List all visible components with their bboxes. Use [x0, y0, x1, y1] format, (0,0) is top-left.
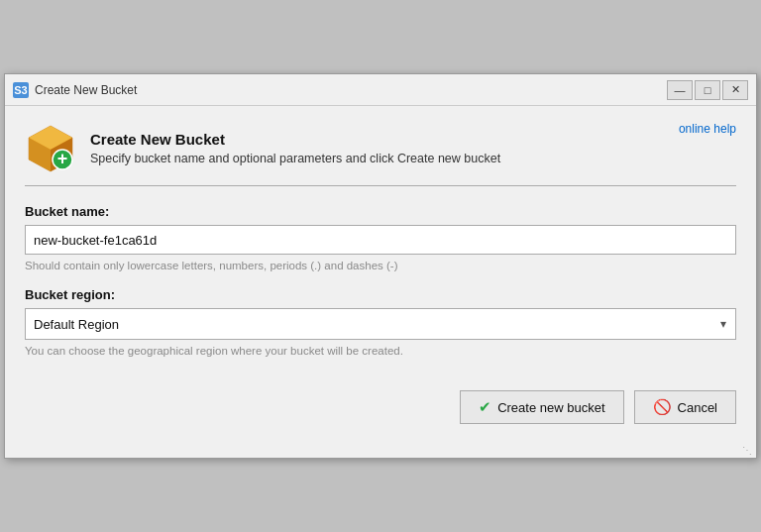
titlebar: S3 Create New Bucket — □ ✕ [5, 74, 756, 106]
bucket-icon: + [25, 122, 76, 173]
bucket-region-section: Bucket region: Default Region us-east-1 … [25, 287, 736, 357]
cancel-button[interactable]: 🚫 Cancel [634, 390, 736, 424]
create-button-label: Create new bucket [497, 400, 604, 415]
checkmark-icon: ✔ [479, 398, 491, 416]
header-divider [25, 185, 736, 186]
maximize-button[interactable]: □ [695, 80, 720, 100]
dialog-footer: ✔ Create new bucket 🚫 Cancel [25, 380, 736, 424]
create-bucket-button[interactable]: ✔ Create new bucket [460, 390, 623, 424]
bucket-region-label: Bucket region: [25, 287, 736, 302]
resize-grip-icon: ⋱ [742, 446, 752, 456]
dialog-content: + Create New Bucket Specify bucket name … [5, 106, 756, 444]
header-text-block: Create New Bucket Specify bucket name an… [90, 131, 500, 165]
resize-handle[interactable]: ⋱ [5, 444, 756, 458]
close-button[interactable]: ✕ [722, 80, 748, 100]
minimize-button[interactable]: — [667, 80, 693, 100]
bucket-name-hint: Should contain only lowercase letters, n… [25, 260, 736, 271]
bucket-region-hint: You can choose the geographical region w… [25, 345, 736, 357]
dialog-header-subtitle: Specify bucket name and optional paramet… [90, 152, 500, 165]
bucket-name-input[interactable] [25, 225, 736, 255]
header-left: + Create New Bucket Specify bucket name … [25, 122, 500, 173]
titlebar-app-icon: S3 [13, 82, 29, 98]
header-area: + Create New Bucket Specify bucket name … [25, 122, 736, 173]
region-select-wrapper: Default Region us-east-1 us-west-1 us-we… [25, 308, 736, 340]
titlebar-controls: — □ ✕ [667, 80, 748, 100]
bucket-region-select[interactable]: Default Region us-east-1 us-west-1 us-we… [25, 308, 736, 340]
dialog-window: S3 Create New Bucket — □ ✕ [4, 73, 757, 459]
svg-text:+: + [57, 149, 68, 168]
cancel-icon: 🚫 [653, 398, 672, 416]
titlebar-title: Create New Bucket [35, 83, 667, 97]
dialog-header-title: Create New Bucket [90, 131, 500, 148]
online-help-link[interactable]: online help [679, 122, 736, 136]
bucket-name-section: Bucket name: Should contain only lowerca… [25, 204, 736, 271]
bucket-name-label: Bucket name: [25, 204, 736, 219]
cancel-button-label: Cancel [678, 400, 717, 415]
